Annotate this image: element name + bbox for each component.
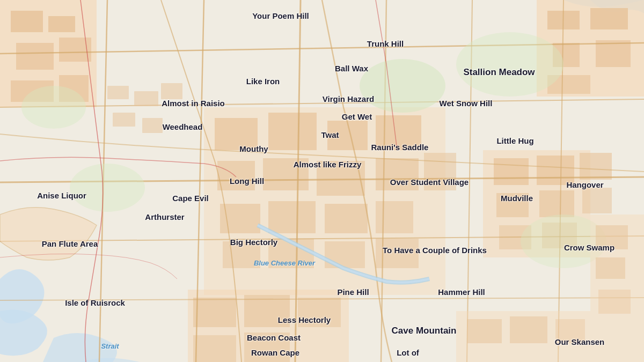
svg-rect-4 xyxy=(16,43,54,70)
svg-rect-59 xyxy=(134,91,158,106)
svg-rect-22 xyxy=(376,158,419,190)
svg-rect-10 xyxy=(590,8,628,29)
svg-rect-28 xyxy=(223,241,260,268)
svg-point-66 xyxy=(21,86,86,129)
svg-rect-73 xyxy=(467,319,502,343)
svg-rect-75 xyxy=(555,319,585,343)
svg-rect-71 xyxy=(598,290,631,314)
svg-rect-60 xyxy=(161,83,182,99)
svg-rect-61 xyxy=(113,113,135,127)
svg-rect-15 xyxy=(215,118,258,150)
svg-rect-45 xyxy=(193,335,236,362)
svg-rect-24 xyxy=(220,204,260,233)
svg-rect-27 xyxy=(376,201,413,233)
svg-rect-34 xyxy=(537,156,574,185)
map-container: Your Poem HillTrunk HillBall WaxStallion… xyxy=(0,0,644,362)
map-background xyxy=(0,0,644,362)
svg-rect-42 xyxy=(193,298,236,327)
svg-rect-3 xyxy=(48,16,75,32)
svg-rect-16 xyxy=(268,113,317,150)
svg-rect-25 xyxy=(268,201,316,233)
svg-rect-19 xyxy=(217,161,255,190)
svg-rect-26 xyxy=(325,204,368,233)
svg-point-64 xyxy=(456,32,564,97)
svg-point-65 xyxy=(70,164,145,212)
svg-rect-18 xyxy=(376,115,421,150)
svg-rect-70 xyxy=(596,257,625,279)
svg-rect-58 xyxy=(107,86,129,99)
svg-point-63 xyxy=(360,59,445,113)
svg-rect-46 xyxy=(244,333,290,362)
svg-rect-62 xyxy=(142,118,163,133)
svg-rect-44 xyxy=(298,298,341,327)
svg-rect-33 xyxy=(494,158,529,185)
svg-rect-35 xyxy=(580,153,612,180)
svg-rect-23 xyxy=(424,153,456,190)
svg-rect-38 xyxy=(582,188,612,213)
svg-rect-69 xyxy=(596,225,628,249)
svg-rect-36 xyxy=(496,193,529,217)
svg-rect-2 xyxy=(11,11,43,32)
svg-rect-74 xyxy=(510,316,547,343)
svg-rect-20 xyxy=(263,158,309,190)
svg-rect-37 xyxy=(539,190,574,217)
